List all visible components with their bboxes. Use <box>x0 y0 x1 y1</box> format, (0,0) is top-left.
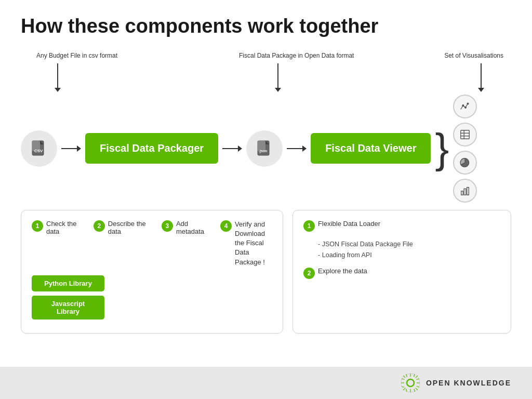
step-4: 4 Verify and Download the Fiscal Data Pa… <box>220 220 272 267</box>
svg-point-8 <box>467 103 469 104</box>
csv-icon: CSV <box>21 130 57 167</box>
cards-row: 1 Check the data 2 Describe the data 3 A… <box>21 210 511 334</box>
left-card: 1 Check the data 2 Describe the data 3 A… <box>21 210 283 334</box>
open-knowledge-logo: OPEN KNOWLEDGE <box>400 373 511 393</box>
step-badge-2: 2 <box>94 220 105 232</box>
flow-arrow-1 <box>61 145 81 152</box>
python-library-button[interactable]: Python Library <box>32 275 104 291</box>
packager-box: Fiscal Data Packager <box>85 133 218 164</box>
viewer-box: Fiscal Data Viewer <box>311 133 431 164</box>
pie-chart-icon <box>453 151 477 175</box>
step-1-label: Check the data <box>46 220 83 235</box>
svg-rect-9 <box>461 130 470 139</box>
line-chart-icon <box>453 95 477 118</box>
step-4-line3: the Fiscal <box>235 238 272 248</box>
right-step-badge-1: 1 <box>303 220 315 232</box>
steps-row: 1 Check the data 2 Describe the data 3 A… <box>32 220 272 267</box>
vis-icons <box>453 95 477 203</box>
flow-row: CSV Fiscal Data Packager .json <box>21 95 511 203</box>
bar-chart-icon <box>453 179 477 203</box>
ok-logo-icon <box>400 373 421 393</box>
right-step-2-label: Explore the data <box>318 267 367 275</box>
step-4-line4: Data Package ! <box>235 248 272 267</box>
right-sub-text: - JSON Fiscal Data Package File - Loadin… <box>318 239 500 261</box>
right-sub-line2: - Loading from API <box>318 250 500 261</box>
svg-rect-13 <box>461 191 463 195</box>
arrows-row <box>21 63 511 95</box>
step-3-label: Add metadata <box>176 220 210 235</box>
step-4-line2: Download <box>235 229 272 238</box>
right-step-1: 1 Flexible Data Loader <box>303 220 500 232</box>
csv-label: Any Budget File in csv format <box>36 52 117 59</box>
right-step-1-label: Flexible Data Loader <box>318 220 380 228</box>
svg-point-7 <box>465 107 467 108</box>
right-card: 1 Flexible Data Loader - JSON Fiscal Dat… <box>292 210 511 334</box>
ok-logo-text: OPEN KNOWLEDGE <box>426 379 511 387</box>
footer: OPEN KNOWLEDGE <box>0 367 532 399</box>
fdp-label: Fiscal Data Package in Open Data format <box>239 52 354 59</box>
step-badge-3: 3 <box>162 220 173 232</box>
step-badge-1: 1 <box>32 220 43 232</box>
flow-arrow-2 <box>222 145 242 152</box>
flow-arrow-3 <box>287 145 307 152</box>
arrow-fdp <box>275 63 281 92</box>
vis-label: Set of Visusalisations <box>444 52 503 59</box>
step-3: 3 Add metadata <box>162 220 210 235</box>
svg-rect-15 <box>467 187 469 195</box>
svg-text:.json: .json <box>259 149 267 153</box>
page-title: How these components work together <box>21 16 511 37</box>
right-step-2: 2 Explore the data <box>303 267 500 279</box>
svg-text:CSV: CSV <box>34 149 43 153</box>
svg-point-17 <box>407 379 414 387</box>
javascript-library-button[interactable]: Javascript Library <box>32 296 104 320</box>
arrow-csv <box>55 63 61 92</box>
svg-point-6 <box>462 105 464 107</box>
step-2-label: Describe the data <box>108 220 151 235</box>
step-4-line1: Verify and <box>235 220 272 229</box>
curly-brace: } <box>435 128 449 169</box>
json-icon: .json <box>246 130 283 167</box>
right-step-badge-2: 2 <box>303 268 315 279</box>
step-badge-4: 4 <box>220 220 232 232</box>
step-2: 2 Describe the data <box>94 220 151 235</box>
table-icon <box>453 123 477 147</box>
svg-rect-14 <box>464 189 466 195</box>
arrow-vis <box>478 63 484 92</box>
right-sub-line1: - JSON Fiscal Data Package File <box>318 239 500 250</box>
step-1: 1 Check the data <box>32 220 83 235</box>
labels-row: Any Budget File in csv format Fiscal Dat… <box>21 52 511 63</box>
